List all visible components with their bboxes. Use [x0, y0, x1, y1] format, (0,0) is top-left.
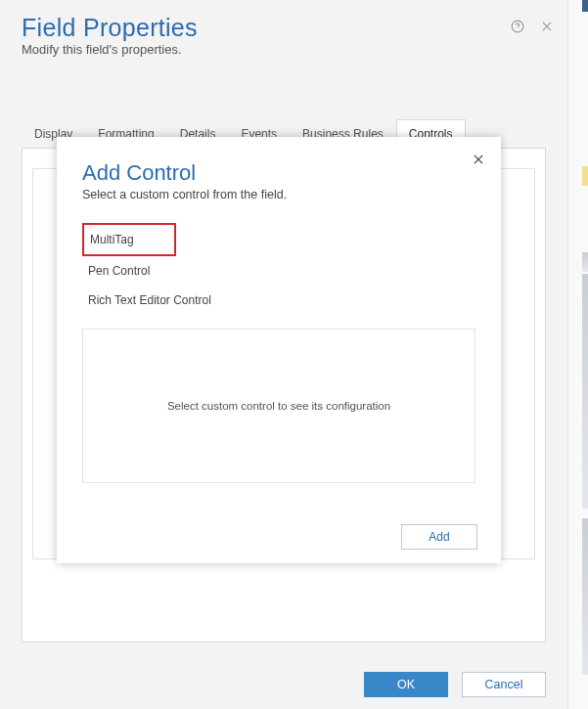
control-item-pen[interactable]: Pen Control: [82, 256, 475, 286]
control-item-richtext[interactable]: Rich Text Editor Control: [82, 286, 475, 315]
ok-button[interactable]: OK: [364, 672, 448, 697]
close-icon[interactable]: [540, 20, 554, 37]
add-button[interactable]: Add: [401, 524, 477, 550]
cancel-button[interactable]: Cancel: [462, 672, 546, 697]
config-placeholder-text: Select custom control to see its configu…: [167, 400, 390, 412]
right-panel-sliver: [567, 0, 588, 709]
control-list: MultiTag Pen Control Rich Text Editor Co…: [82, 223, 475, 315]
config-preview: Select custom control to see its configu…: [82, 329, 475, 483]
help-icon[interactable]: [511, 20, 524, 37]
panel-subtitle: Modify this field's properties.: [22, 42, 546, 57]
dialog-close-icon[interactable]: [472, 153, 485, 170]
add-control-dialog: Add Control Select a custom control from…: [57, 137, 501, 563]
control-item-multitag[interactable]: MultiTag: [82, 223, 176, 256]
dialog-title: Add Control: [82, 160, 475, 186]
dialog-subtitle: Select a custom control from the field.: [82, 188, 475, 201]
panel-title: Field Properties: [22, 14, 546, 42]
panel-footer: OK Cancel: [364, 672, 546, 697]
